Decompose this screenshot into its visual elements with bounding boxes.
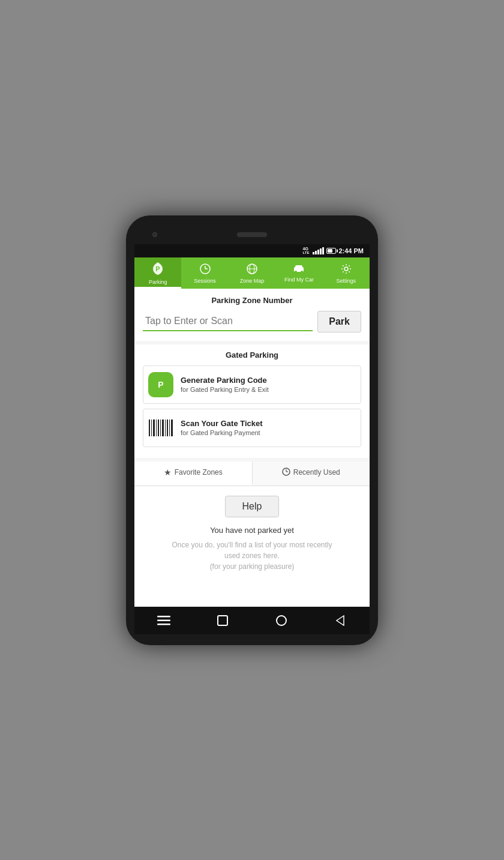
battery-icon: [326, 248, 336, 254]
scan-ticket-title: Scan Your Gate Ticket: [181, 419, 263, 428]
zone-input-row: Park: [143, 311, 361, 332]
phone-top-bar: [134, 226, 370, 243]
tab-favorite-zones[interactable]: ★ Favorite Zones: [134, 462, 253, 486]
scan-ticket-subtitle: for Gated Parking Payment: [181, 429, 263, 436]
svg-text:P: P: [156, 265, 160, 272]
parking-code-text: Generate Parking Code for Gated Parking …: [181, 376, 269, 393]
bottom-nav: [134, 607, 370, 634]
parking-icon: P: [152, 262, 163, 277]
nav-item-settings[interactable]: Settings: [323, 257, 370, 289]
time-display: 2:44 PM: [338, 247, 364, 254]
main-content: Parking Zone Number Park Gated Parking P: [134, 289, 370, 607]
star-icon: ★: [164, 468, 172, 477]
phone-camera: [152, 232, 157, 237]
svg-rect-14: [149, 419, 150, 436]
zone-number-input[interactable]: [143, 312, 313, 331]
nav-item-sessions[interactable]: Sessions: [181, 257, 228, 289]
nav-label-zone-map: Zone Map: [240, 278, 265, 284]
svg-rect-31: [218, 616, 227, 625]
back-button[interactable]: [329, 613, 351, 628]
menu-button[interactable]: [153, 613, 175, 628]
not-parked-title: You have not parked yet: [210, 526, 294, 535]
svg-rect-16: [153, 419, 155, 436]
scan-ticket-text: Scan Your Gate Ticket for Gated Parking …: [181, 419, 263, 436]
svg-rect-20: [162, 419, 164, 436]
svg-rect-30: [157, 624, 170, 625]
gated-parking-section: Gated Parking P Generate Parking Code fo…: [134, 344, 370, 458]
svg-point-9: [295, 271, 297, 273]
phone-speaker: [237, 232, 267, 237]
parking-code-subtitle: for Gated Parking Entry & Exit: [181, 386, 269, 393]
gated-parking-title: Gated Parking: [143, 350, 361, 359]
help-button[interactable]: Help: [225, 496, 280, 517]
recently-used-content: Help You have not parked yet Once you do…: [134, 486, 370, 607]
svg-rect-28: [157, 616, 170, 618]
clock-icon: [282, 468, 290, 478]
status-bar: 4G LTE 2:44 PM: [134, 244, 370, 257]
nav-label-settings: Settings: [337, 278, 356, 284]
svg-rect-21: [165, 419, 166, 436]
svg-marker-33: [337, 616, 344, 625]
zone-map-icon: [247, 263, 257, 276]
scan-gate-ticket-option[interactable]: Scan Your Gate Ticket for Gated Parking …: [143, 409, 361, 447]
nav-item-parking[interactable]: P Parking: [134, 257, 181, 289]
not-parked-desc: Once you do, you'll find a list of your …: [172, 540, 332, 572]
tabs-row: ★ Favorite Zones Recently Used: [134, 462, 370, 486]
home-button[interactable]: [271, 613, 292, 628]
svg-rect-19: [160, 419, 161, 436]
svg-rect-29: [157, 619, 170, 621]
svg-rect-15: [151, 419, 152, 436]
svg-rect-24: [171, 419, 173, 436]
nav-item-find-my-car[interactable]: Find My Car: [275, 257, 322, 289]
svg-rect-23: [169, 419, 170, 436]
nav-bar: P Parking Sessions: [134, 257, 370, 289]
nav-label-find-my-car: Find My Car: [284, 277, 314, 283]
tab-recently-used-label: Recently Used: [293, 468, 340, 477]
svg-point-32: [277, 616, 286, 625]
sessions-icon: [200, 263, 211, 276]
square-button[interactable]: [212, 613, 233, 628]
svg-point-11: [344, 267, 348, 271]
nav-label-parking: Parking: [149, 279, 167, 285]
parking-zone-section: Parking Zone Number Park: [134, 289, 370, 341]
barcode-icon: [148, 415, 173, 441]
svg-rect-22: [167, 419, 168, 436]
svg-rect-17: [156, 419, 157, 436]
nav-item-zone-map[interactable]: Zone Map: [229, 257, 275, 289]
nav-label-sessions: Sessions: [194, 278, 216, 284]
signal-bars: [313, 247, 324, 254]
parking-code-icon: P: [148, 372, 173, 397]
tab-recently-used[interactable]: Recently Used: [253, 462, 370, 486]
tab-favorite-zones-label: Favorite Zones: [175, 468, 223, 477]
svg-text:P: P: [158, 380, 163, 389]
find-my-car-icon: [293, 265, 305, 275]
svg-point-10: [301, 271, 303, 273]
svg-rect-8: [295, 265, 302, 268]
phone-device: 4G LTE 2:44 PM P: [126, 215, 378, 645]
generate-parking-code-option[interactable]: P Generate Parking Code for Gated Parkin…: [143, 365, 361, 404]
parking-zone-title: Parking Zone Number: [143, 296, 361, 305]
park-button[interactable]: Park: [317, 311, 361, 332]
phone-screen: 4G LTE 2:44 PM P: [134, 244, 370, 634]
network-label: 4G LTE: [303, 247, 310, 254]
parking-code-title: Generate Parking Code: [181, 376, 269, 385]
svg-rect-18: [158, 419, 159, 436]
settings-icon: [341, 263, 352, 276]
